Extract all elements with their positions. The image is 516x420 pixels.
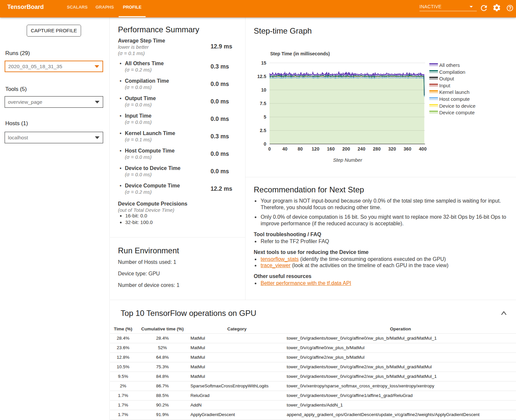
svg-text:0: 0 [268, 146, 271, 152]
svg-text:Step Time (in milliseconds): Step Time (in milliseconds) [270, 51, 330, 56]
svg-text:40: 40 [282, 146, 288, 152]
svg-text:120: 120 [312, 146, 320, 152]
svg-text:15: 15 [261, 60, 266, 66]
svg-text:7.5: 7.5 [260, 101, 267, 106]
svg-text:5: 5 [264, 114, 266, 120]
svg-text:0: 0 [264, 141, 266, 147]
svg-text:240: 240 [358, 146, 365, 152]
svg-text:12.5: 12.5 [257, 74, 266, 79]
svg-text:Step Number: Step Number [333, 157, 362, 163]
svg-text:360: 360 [404, 146, 412, 152]
svg-text:200: 200 [342, 146, 350, 152]
svg-text:2.5: 2.5 [260, 128, 267, 133]
svg-text:320: 320 [388, 146, 396, 152]
svg-text:160: 160 [327, 146, 335, 152]
svg-text:80: 80 [298, 146, 303, 152]
svg-text:280: 280 [373, 146, 381, 152]
svg-text:10: 10 [261, 87, 266, 93]
svg-text:400: 400 [419, 146, 427, 152]
